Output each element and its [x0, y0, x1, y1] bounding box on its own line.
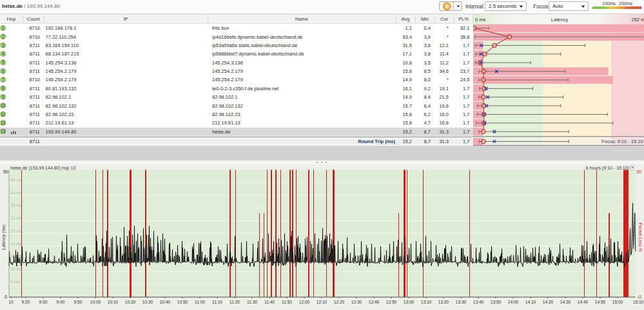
svg-text:Latency (ms): Latency (ms) — [1, 224, 6, 249]
svg-text:13:00: 13:00 — [404, 300, 415, 304]
svg-text:12:40: 12:40 — [369, 300, 380, 304]
svg-text:11:00: 11:00 — [195, 300, 205, 304]
svg-text:15:00: 15:00 — [612, 300, 623, 304]
svg-text:14:10: 14:10 — [525, 300, 536, 304]
svg-text:10 ms: 10 ms — [11, 267, 22, 271]
svg-text:5: 5 — [2, 60, 5, 64]
svg-text:9: 9 — [2, 95, 5, 99]
svg-text:14:00: 14:00 — [508, 300, 519, 304]
svg-text:11:50: 11:50 — [282, 300, 292, 304]
svg-text:8: 8 — [2, 86, 5, 90]
svg-text:7: 7 — [2, 77, 5, 82]
svg-text:9:50: 9:50 — [74, 300, 83, 304]
svg-text:Latency: Latency — [551, 17, 569, 23]
svg-text:30 ms: 30 ms — [11, 216, 22, 220]
svg-text:13: 13 — [1, 129, 6, 133]
svg-text:Packet Loss %: Packet Loss % — [638, 223, 643, 252]
svg-text:11:10: 11:10 — [212, 300, 222, 304]
svg-text:14:40: 14:40 — [578, 300, 589, 304]
svg-text:10: 10 — [1, 103, 6, 108]
svg-text:10:10: 10:10 — [108, 300, 119, 304]
svg-text:2: 2 — [2, 34, 5, 39]
svg-text:40 ms: 40 ms — [11, 191, 22, 195]
svg-text:30: 30 — [636, 169, 641, 175]
svg-text:heise.de (193.99.144.80) hop 1: heise.de (193.99.144.80) hop 13 — [10, 166, 75, 171]
svg-text:13:10: 13:10 — [421, 300, 432, 304]
svg-text:12:10: 12:10 — [317, 300, 327, 304]
svg-text:5 ms: 5 ms — [11, 280, 20, 284]
svg-text:35 ms: 35 ms — [11, 203, 22, 208]
svg-text:12:30: 12:30 — [351, 300, 362, 304]
svg-text:9:40: 9:40 — [57, 300, 65, 304]
svg-text:12:20: 12:20 — [334, 300, 345, 304]
svg-text:10:40: 10:40 — [160, 300, 171, 304]
svg-text:15:10: 15:10 — [633, 300, 644, 304]
svg-text:13:30: 13:30 — [456, 300, 467, 304]
svg-text:14:30: 14:30 — [560, 300, 571, 304]
svg-text:14:50: 14:50 — [595, 300, 606, 304]
svg-text:10:50: 10:50 — [177, 300, 188, 304]
svg-text:6 hours (9:10 - 15:10): 6 hours (9:10 - 15:10) — [586, 166, 629, 171]
svg-text:25 ms: 25 ms — [11, 229, 22, 233]
svg-text:14:20: 14:20 — [543, 300, 554, 304]
svg-text:0: 0 — [5, 294, 7, 300]
svg-text:0: 0 — [639, 294, 641, 300]
svg-text:0 ms: 0 ms — [475, 17, 486, 23]
svg-text:252 ms: 252 ms — [632, 17, 644, 23]
svg-text:10: 10 — [8, 300, 14, 304]
svg-text:6: 6 — [2, 69, 5, 73]
svg-text:11:20: 11:20 — [229, 300, 240, 304]
svg-text:9:30: 9:30 — [39, 300, 48, 304]
svg-text:10:20: 10:20 — [125, 300, 136, 304]
svg-text:12: 12 — [1, 121, 6, 125]
svg-text:10:00: 10:00 — [90, 300, 101, 304]
svg-text:1: 1 — [2, 26, 5, 30]
svg-text:11:40: 11:40 — [264, 300, 275, 304]
svg-text:13:50: 13:50 — [491, 300, 502, 304]
svg-text:50: 50 — [3, 169, 8, 175]
svg-text:11: 11 — [1, 112, 5, 117]
svg-text:20 ms: 20 ms — [11, 242, 22, 246]
svg-text:11:30: 11:30 — [247, 300, 257, 304]
svg-text:3: 3 — [2, 43, 5, 48]
svg-text:12:00: 12:00 — [299, 300, 310, 304]
svg-text:4: 4 — [2, 52, 5, 56]
svg-text:10:30: 10:30 — [142, 300, 153, 304]
svg-text:9:20: 9:20 — [22, 300, 30, 304]
svg-text:45 ms: 45 ms — [11, 178, 22, 182]
svg-text:13:40: 13:40 — [473, 300, 484, 304]
svg-text:13:20: 13:20 — [438, 300, 449, 304]
svg-text:12:50: 12:50 — [386, 300, 397, 304]
